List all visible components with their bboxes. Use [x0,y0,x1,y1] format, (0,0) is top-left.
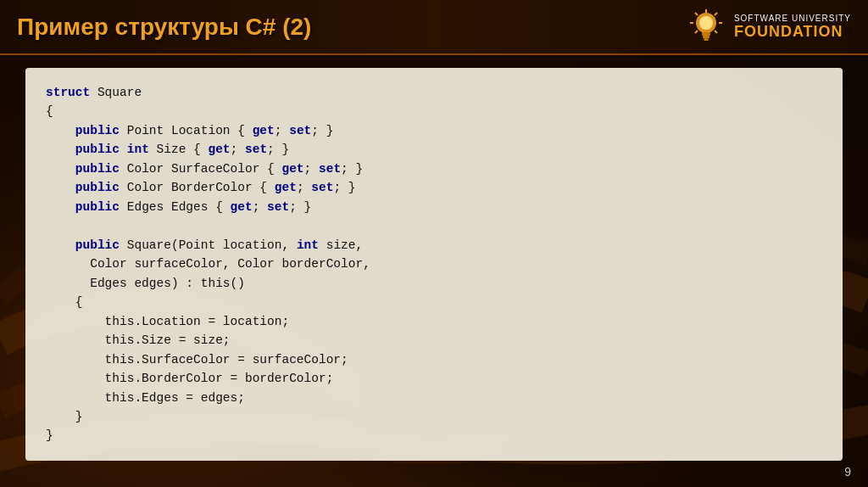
svg-rect-10 [703,36,709,38]
svg-rect-9 [702,32,710,36]
page-number: 9 [844,465,851,479]
code-block: struct Square { public Point Location { … [25,68,843,461]
svg-rect-11 [704,38,709,41]
page-title: Пример структуры C# (2) [17,14,311,41]
logo-text: SOFTWARE UNIVERSITY FOUNDATION [734,14,851,41]
logo-area: SOFTWARE UNIVERSITY FOUNDATION [685,6,851,48]
logo-bottom-text: FOUNDATION [734,23,843,41]
svg-line-5 [715,31,717,33]
svg-point-1 [699,16,713,30]
svg-line-8 [695,31,698,33]
main-content: struct Square { public Point Location { … [0,55,868,473]
svg-line-3 [715,13,717,15]
logo-icon [685,6,727,48]
logo-top-text: SOFTWARE UNIVERSITY [734,14,851,23]
header: Пример структуры C# (2) SOFTWARE UNIVERS… [0,0,868,55]
svg-line-6 [695,13,698,15]
